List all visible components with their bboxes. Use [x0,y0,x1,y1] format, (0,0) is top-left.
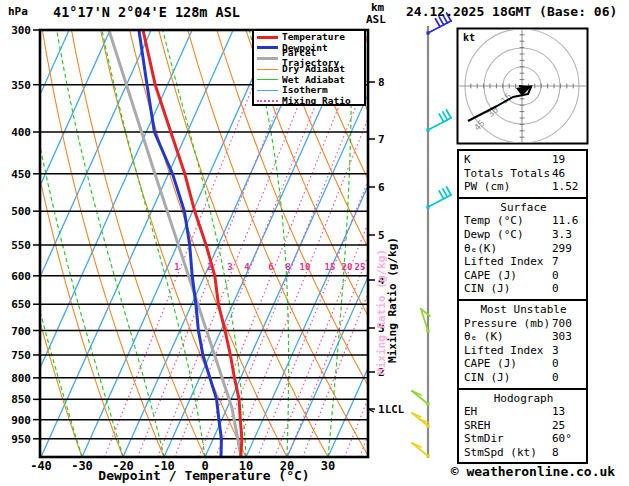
stat-value: 7 [552,255,559,269]
stat-row: PW (cm)1.52 [459,180,586,194]
sounding-curves [109,30,242,457]
legend-label: Isotherm [282,85,328,95]
parcel-trajectory-curve [109,30,241,457]
stat-value: 25 [552,419,565,433]
stat-value: 8 [552,446,559,460]
stat-row: StmDir60° [459,432,586,446]
stat-row: CIN (J)0 [459,371,586,385]
pressure-tick-label: 400 [11,126,31,139]
indices-panel: K19Totals Totals46PW (cm)1.52SurfaceTemp… [457,151,588,464]
legend-row: Isotherm [256,85,364,96]
legend-label: Wet Adiabat [282,75,345,85]
pressure-tick-label: 750 [11,349,31,362]
stat-row: SREH25 [459,419,586,433]
legend-row: Mixing Ratio [256,96,364,107]
stat-label: Lifted Index [464,255,552,269]
stat-label: θₑ(K) [464,242,552,256]
stat-value: 19 [552,153,565,167]
stat-row: Temp (°C)11.6 [459,214,586,228]
stat-value: 13 [552,405,565,419]
stat-row: K19 [459,153,586,167]
legend-row: Temperature [256,32,364,43]
barb-tick [439,191,444,199]
stat-label: Dewp (°C) [464,228,552,242]
mixing-ratio-value-label: 1 [174,262,179,272]
stats-group: SurfaceTemp (°C)11.6Dewp (°C)3.3θₑ(K)299… [457,197,588,301]
mixing-ratio-value-label: 25 [355,262,366,272]
barb-tick [435,19,440,27]
mixing-ratio-value-label: 2 [207,262,212,272]
stat-row: Lifted Index7 [459,255,586,269]
legend-swatch-solid [257,57,278,60]
copyright: © weatheronline.co.uk [441,464,625,479]
mixing-ratio-value-label: 6 [268,262,273,272]
pressure-tick-label: 300 [11,24,31,37]
mixing-ratio-value-label: 4 [244,262,250,272]
x-axis-label: Dewpoint / Temperature (°C) [98,468,309,483]
stat-label: CAPE (J) [464,269,552,283]
stats-group: K19Totals Totals46PW (cm)1.52 [457,149,588,199]
mixing-ratio-value-label: 10 [300,262,311,272]
mixing-ratio-axis-label-ghost: Mixing Ratio (g/kg) [375,249,388,375]
wind-barb [426,187,451,209]
legend-swatch-solid [257,90,278,91]
stat-row: Totals Totals46 [459,167,586,181]
stat-label: StmSpd (kt) [464,446,552,460]
hodograph: 153045 [458,29,588,144]
barb-tick [447,110,452,118]
pressure-tick-label: 650 [11,298,31,311]
legend-swatch-dotted [257,100,278,102]
stats-group-title: Most Unstable [459,303,586,317]
barb-tick [447,187,452,195]
stat-value: 3 [552,344,559,358]
stat-value: 3.3 [552,228,572,242]
stats-group: HodographEH13SREH25StmDir60°StmSpd (kt)8 [457,388,588,465]
stats-group-title: Surface [459,201,586,215]
barb-station-dot [426,31,429,34]
stat-row: Lifted Index3 [459,344,586,358]
stat-row: Pressure (mb)700 [459,317,586,331]
legend-label: Temperature [282,32,345,42]
stat-label: Temp (°C) [464,214,552,228]
barb-tick [443,189,448,197]
stat-value: 60° [552,432,572,446]
stat-value: 0 [552,357,559,371]
stat-value: 1.52 [552,180,579,194]
legend-swatch-solid [257,46,278,49]
sounding-page: 12346810152025 3003504004505005506006507… [0,0,629,486]
stat-row: θₑ(K)299 [459,242,586,256]
stat-row: StmSpd (kt)8 [459,446,586,460]
stat-row: θₑ (K)303 [459,330,586,344]
legend-swatch-solid [257,36,278,39]
wet-adiabat-line [20,30,123,457]
temp-tick-label: -40 [30,459,52,473]
stat-label: CIN (J) [464,282,552,296]
km-tick-label: 7 [378,133,385,146]
barb-station-dot [426,402,429,405]
stat-row: CAPE (J)0 [459,269,586,283]
wind-barb-column [412,13,451,458]
stat-value: 299 [552,242,572,256]
pressure-tick-label: 900 [11,414,31,427]
legend-label: Dry Adiabat [282,64,345,74]
lcl-label: LCL [385,403,404,415]
stat-label: Totals Totals [464,167,552,181]
stat-label: θₑ (K) [464,330,552,344]
temp-tick-label: 30 [321,459,335,473]
km-tick-label: 6 [378,181,385,194]
legend-swatch-solid [257,79,278,80]
stat-value: 11.6 [552,214,579,228]
stat-label: StmDir [464,432,552,446]
stat-value: 0 [552,269,559,283]
pressure-tick-label: 450 [11,168,31,181]
stat-label: SREH [464,419,552,433]
stat-label: K [464,153,552,167]
run-datetime: 24.12.2025 18GMT (Base: 06) [406,4,617,19]
legend: TemperatureDewpointParcel TrajectoryDry … [252,29,366,106]
mixing-ratio-value-label: 15 [325,262,336,272]
pressure-axis-unit: hPa [8,5,28,18]
pressure-tick-label: 800 [11,372,31,385]
mixing-ratio-value-label: 8 [285,262,290,272]
stat-label: EH [464,405,552,419]
temp-tick-label: -30 [71,459,93,473]
